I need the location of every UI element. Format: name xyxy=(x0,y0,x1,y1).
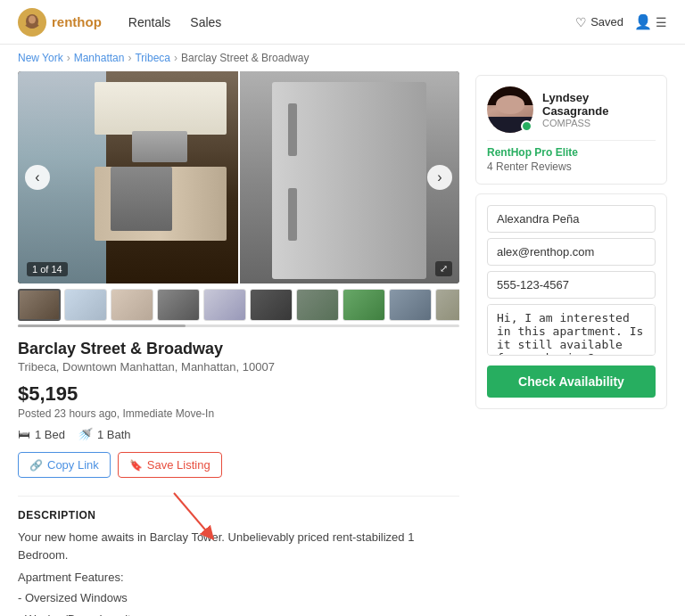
agent-reviews: 4 Renter Reviews xyxy=(487,160,656,173)
thumbnail-2[interactable] xyxy=(64,289,107,321)
agent-card: Lyndsey Casagrande COMPASS RentHop Pro E… xyxy=(475,75,667,185)
agent-header: Lyndsey Casagrande COMPASS xyxy=(487,86,656,133)
arrow-annotation: Your new home awaits in Barclay Tower. U… xyxy=(18,529,459,563)
breadcrumb-tribeca[interactable]: Tribeca xyxy=(135,52,170,64)
thumbnail-5[interactable] xyxy=(203,289,246,321)
agent-company: COMPASS xyxy=(542,118,656,128)
nav-right: ♡ Saved 👤 ☰ xyxy=(575,13,667,30)
thumbnail-scrollbar-thumb xyxy=(18,324,186,327)
action-buttons: 🔗 Copy Link 🔖 Save Listing xyxy=(18,452,459,478)
contact-name-input[interactable] xyxy=(487,205,656,233)
right-column: Lyndsey Casagrande COMPASS RentHop Pro E… xyxy=(475,71,667,409)
agent-info: Lyndsey Casagrande COMPASS xyxy=(542,91,656,128)
red-arrow-svg xyxy=(165,489,236,542)
listing-details: 🛏 1 Bed 🚿 1 Bath xyxy=(18,427,459,441)
thumbnail-9[interactable] xyxy=(389,289,432,321)
logo-svg xyxy=(22,12,42,32)
listing-posted: Posted 23 hours ago, Immediate Move-In xyxy=(18,407,459,420)
copy-link-button[interactable]: 🔗 Copy Link xyxy=(18,452,111,478)
agent-pro-badge: RentHop Pro Elite xyxy=(487,146,656,159)
left-column: ‹ › 1 of 14 ⤢ Barclay Street & Broadw xyxy=(18,71,459,616)
thumbnail-4[interactable] xyxy=(157,289,200,321)
gallery-expand-button[interactable]: ⤢ xyxy=(435,261,452,276)
feature-2: - Washer/Dryer In unit xyxy=(18,609,459,616)
breadcrumb: New York › Manhattan › Tribeca › Barclay… xyxy=(0,45,685,71)
user-icon: 👤 xyxy=(634,13,652,30)
bed-detail: 🛏 1 Bed xyxy=(18,427,65,441)
breadcrumb-sep-3: › xyxy=(174,52,177,64)
bath-count: 1 Bath xyxy=(97,428,131,441)
thumbnail-1[interactable] xyxy=(18,289,61,321)
gallery-counter: 1 of 14 xyxy=(27,262,68,276)
gallery-prev-button[interactable]: ‹ xyxy=(25,165,50,190)
nav-rentals[interactable]: Rentals xyxy=(128,15,170,29)
agent-avatar-wrapper xyxy=(487,86,533,133)
thumbnail-10[interactable] xyxy=(435,289,459,321)
bed-icon: 🛏 xyxy=(18,427,30,441)
thumbnail-3[interactable] xyxy=(111,289,153,321)
save-listing-button[interactable]: 🔖 Save Listing xyxy=(118,452,222,478)
check-availability-button[interactable]: Check Availability xyxy=(487,365,656,398)
listing-price: $5,195 xyxy=(18,382,459,406)
nav-links: Rentals Sales xyxy=(128,15,222,29)
logo-icon xyxy=(18,8,46,37)
features-list: - Oversized Windows - Washer/Dryer In un… xyxy=(18,587,459,616)
user-menu-button[interactable]: 👤 ☰ xyxy=(634,13,667,30)
logo[interactable]: renthop xyxy=(18,8,102,37)
gallery-next-button[interactable]: › xyxy=(427,165,452,190)
main-layout: ‹ › 1 of 14 ⤢ Barclay Street & Broadw xyxy=(0,71,685,616)
logo-text: renthop xyxy=(52,14,102,29)
breadcrumb-sep-1: › xyxy=(67,52,70,64)
listing-title: Barclay Street & Broadway xyxy=(18,340,459,358)
listing-subtitle: Tribeca, Downtown Manhattan, Manhattan, … xyxy=(18,360,459,374)
gallery: ‹ › 1 of 14 ⤢ xyxy=(18,71,459,283)
thumbnail-8[interactable] xyxy=(342,289,385,321)
description-section: DESCRIPTION Your new home awaits in Barc… xyxy=(18,496,459,616)
contact-email-input[interactable] xyxy=(487,238,656,266)
bed-count: 1 Bed xyxy=(35,428,65,441)
breadcrumb-sep-2: › xyxy=(128,52,131,64)
description-title: DESCRIPTION xyxy=(18,496,459,522)
thumbnail-scrollbar xyxy=(18,324,459,327)
breadcrumb-current: Barclay Street & Broadway xyxy=(181,52,309,64)
feature-1: - Oversized Windows xyxy=(18,587,459,609)
saved-label: Saved xyxy=(590,15,623,29)
nav-sales[interactable]: Sales xyxy=(190,15,221,29)
thumbnail-7[interactable] xyxy=(296,289,339,321)
thumbnail-6[interactable] xyxy=(250,289,293,321)
svg-line-2 xyxy=(174,493,210,535)
navbar: renthop Rentals Sales ♡ Saved 👤 ☰ xyxy=(0,0,685,45)
gallery-image-left xyxy=(18,71,240,283)
bath-icon: 🚿 xyxy=(78,427,93,441)
bath-detail: 🚿 1 Bath xyxy=(78,427,131,441)
agent-divider xyxy=(487,140,656,141)
contact-phone-input[interactable] xyxy=(487,271,656,299)
agent-name: Lyndsey Casagrande xyxy=(542,91,656,118)
contact-form: Hi, I am interested in this apartment. I… xyxy=(475,193,667,409)
breadcrumb-manhattan[interactable]: Manhattan xyxy=(74,52,125,64)
contact-message-input[interactable]: Hi, I am interested in this apartment. I… xyxy=(487,304,656,356)
breadcrumb-new-york[interactable]: New York xyxy=(18,52,63,64)
thumbnail-strip xyxy=(18,289,459,321)
svg-point-1 xyxy=(29,15,36,23)
heart-icon: ♡ xyxy=(575,15,587,29)
features-label: Apartment Features: xyxy=(18,571,459,584)
saved-button[interactable]: ♡ Saved xyxy=(575,15,623,29)
menu-icon: ☰ xyxy=(656,15,667,29)
agent-online-badge xyxy=(521,120,532,132)
description-text: Your new home awaits in Barclay Tower. U… xyxy=(18,529,459,563)
